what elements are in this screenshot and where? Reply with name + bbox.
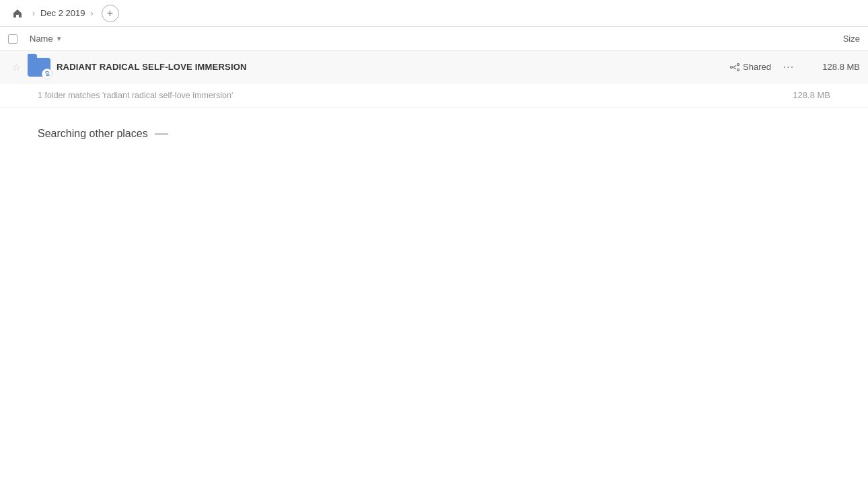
shared-badge: Shared	[730, 62, 771, 72]
size-column-header: Size	[843, 34, 860, 44]
breadcrumb-chevron: ›	[32, 9, 35, 18]
searching-title: Searching other places	[38, 128, 830, 140]
home-button[interactable]	[8, 4, 27, 23]
link-badge-icon	[42, 69, 52, 79]
select-all-checkbox[interactable]	[8, 34, 17, 44]
more-options-icon: ···	[783, 61, 794, 73]
star-toggle[interactable]: ☆	[8, 62, 24, 73]
searching-section: Searching other places	[0, 108, 868, 160]
loading-indicator	[155, 133, 168, 135]
match-info-text: 1 folder matches 'radiant radical self-l…	[38, 91, 233, 100]
shared-label: Shared	[743, 62, 771, 72]
match-info-size: 128.8 MB	[793, 90, 830, 100]
match-info-row: 1 folder matches 'radiant radical self-l…	[0, 83, 868, 108]
add-button[interactable]: +	[102, 5, 119, 22]
breadcrumb-chevron-2: ›	[91, 9, 94, 18]
star-icon: ☆	[12, 62, 21, 73]
file-name: RADIANT RADICAL SELF-LOVE IMMERSION	[57, 62, 247, 72]
select-all-checkbox-area	[8, 34, 30, 44]
file-actions: Shared ··· 128.8 MB	[730, 58, 860, 77]
folder-icon-wrap	[27, 55, 51, 79]
more-options-button[interactable]: ···	[779, 58, 798, 77]
searching-title-text: Searching other places	[38, 128, 148, 140]
column-headers: Name ▼ Size	[0, 27, 868, 51]
file-size: 128.8 MB	[806, 62, 860, 72]
name-column-label: Name	[30, 34, 53, 44]
top-bar: › Dec 2 2019 › +	[0, 0, 868, 27]
name-sort-chevron: ▼	[56, 35, 63, 42]
name-column-header[interactable]: Name ▼	[30, 34, 63, 44]
breadcrumb-text: Dec 2 2019	[40, 8, 85, 18]
table-row[interactable]: ☆ RADIANT RADICAL SELF-LOVE IMMERSION Sh…	[0, 51, 868, 83]
